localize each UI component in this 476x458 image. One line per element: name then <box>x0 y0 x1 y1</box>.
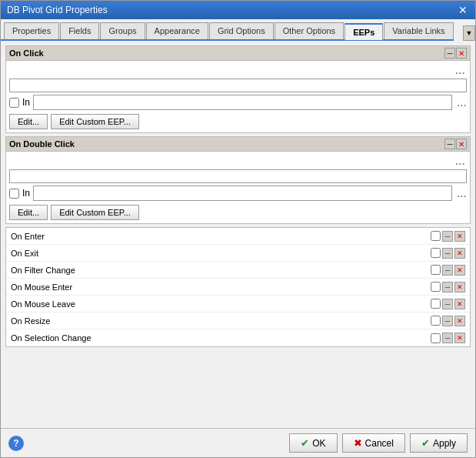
event-controls-on-exit: ─ ✕ <box>431 248 465 259</box>
on-resize-minimize-btn[interactable]: ─ <box>442 316 453 326</box>
table-row: On Resize ─ ✕ <box>6 313 470 329</box>
tab-appearance[interactable]: Appearance <box>146 22 208 39</box>
on-click-custom-eep-button[interactable]: Edit Custom EEP... <box>51 114 139 129</box>
on-exit-checkbox[interactable] <box>431 248 441 258</box>
table-row: On Filter Change ─ ✕ <box>6 262 470 279</box>
event-name-on-selection-change: On Selection Change <box>11 333 92 343</box>
ok-icon: ✔ <box>301 437 309 449</box>
apply-button[interactable]: ✔ Apply <box>410 433 468 453</box>
apply-label: Apply <box>433 438 456 449</box>
table-row: On Mouse Leave ─ ✕ <box>6 296 470 313</box>
event-controls-on-mouse-leave: ─ ✕ <box>431 299 465 309</box>
on-enter-close-btn[interactable]: ✕ <box>454 231 465 242</box>
on-double-click-dots[interactable]: ... <box>9 155 467 167</box>
table-row: On Enter ─ ✕ <box>6 228 470 245</box>
on-filter-change-checkbox[interactable] <box>431 265 441 275</box>
title-bar: DB Pivot Grid Properties ✕ <box>1 1 475 19</box>
event-controls-on-mouse-enter: ─ ✕ <box>431 282 465 293</box>
cancel-icon: ✖ <box>354 437 362 449</box>
on-double-click-section: On Double Click ─ ✕ ... In ... Edit... E… <box>5 136 471 224</box>
tab-other-options[interactable]: Other Options <box>275 22 344 39</box>
on-exit-close-btn[interactable]: ✕ <box>454 248 465 259</box>
on-selection-change-close-btn[interactable]: ✕ <box>454 333 465 343</box>
on-click-button-row: Edit... Edit Custom EEP... <box>9 114 467 129</box>
ok-label: OK <box>312 438 325 449</box>
on-double-click-close-button[interactable]: ✕ <box>456 139 467 149</box>
on-click-in-input[interactable] <box>33 95 452 110</box>
tab-properties[interactable]: Properties <box>4 22 59 39</box>
on-double-click-in-dots[interactable]: ... <box>457 186 467 200</box>
on-mouse-leave-checkbox[interactable] <box>431 299 441 309</box>
event-controls-on-enter: ─ ✕ <box>431 231 465 242</box>
tab-fields[interactable]: Fields <box>60 22 99 39</box>
on-resize-close-btn[interactable]: ✕ <box>454 316 465 326</box>
event-name-on-resize: On Resize <box>11 316 50 326</box>
event-name-on-filter-change: On Filter Change <box>11 266 75 275</box>
on-double-click-header-buttons: ─ ✕ <box>444 139 467 149</box>
on-click-section: On Click ─ ✕ ... In ... Edit... Edit Cus… <box>5 45 471 133</box>
tab-groups[interactable]: Groups <box>100 22 145 39</box>
on-exit-minimize-btn[interactable]: ─ <box>442 248 453 259</box>
on-double-click-in-input[interactable] <box>33 186 452 201</box>
on-click-in-dots[interactable]: ... <box>457 95 467 109</box>
on-double-click-checkbox-row: In ... <box>9 186 467 201</box>
tab-variable-links[interactable]: Variable Links <box>384 22 453 39</box>
tabs-container: Properties Fields Groups Appearance Grid… <box>1 19 475 41</box>
on-double-click-minimize-button[interactable]: ─ <box>444 139 455 149</box>
on-double-click-custom-eep-button[interactable]: Edit Custom EEP... <box>51 205 139 220</box>
help-button[interactable]: ? <box>8 436 24 451</box>
tab-grid-options[interactable]: Grid Options <box>209 22 274 39</box>
on-resize-checkbox[interactable] <box>431 316 441 326</box>
event-name-on-exit: On Exit <box>11 249 38 258</box>
on-mouse-leave-close-btn[interactable]: ✕ <box>454 299 465 309</box>
on-click-body: ... In ... Edit... Edit Custom EEP... <box>6 61 470 132</box>
event-name-on-enter: On Enter <box>11 232 45 241</box>
on-double-click-body: ... In ... Edit... Edit Custom EEP... <box>6 152 470 223</box>
on-mouse-enter-minimize-btn[interactable]: ─ <box>442 282 453 293</box>
on-double-click-text-input[interactable] <box>9 169 467 183</box>
table-row: On Selection Change ─ ✕ <box>6 329 470 346</box>
cancel-label: Cancel <box>365 438 394 449</box>
tab-eeps[interactable]: EEPs <box>345 23 383 40</box>
event-name-on-mouse-leave: On Mouse Leave <box>11 299 75 309</box>
on-filter-change-minimize-btn[interactable]: ─ <box>442 265 453 276</box>
on-double-click-title: On Double Click <box>9 139 75 149</box>
footer: ? ✔ OK ✖ Cancel ✔ Apply <box>1 428 475 457</box>
on-double-click-edit-button[interactable]: Edit... <box>9 205 48 220</box>
on-click-title: On Click <box>9 48 44 58</box>
on-selection-change-minimize-btn[interactable]: ─ <box>442 333 453 343</box>
on-enter-checkbox[interactable] <box>431 231 441 241</box>
on-click-edit-button[interactable]: Edit... <box>9 114 48 129</box>
on-enter-minimize-btn[interactable]: ─ <box>442 231 453 242</box>
on-selection-change-checkbox[interactable] <box>431 333 441 343</box>
window-close-button[interactable]: ✕ <box>457 4 469 16</box>
on-click-checkbox[interactable] <box>9 98 19 108</box>
tab-dropdown-button[interactable]: ▼ <box>463 25 475 41</box>
event-controls-on-selection-change: ─ ✕ <box>431 333 465 343</box>
event-name-on-mouse-enter: On Mouse Enter <box>11 282 72 292</box>
on-filter-change-close-btn[interactable]: ✕ <box>454 265 465 276</box>
table-row: On Exit ─ ✕ <box>6 245 470 262</box>
event-controls-on-filter-change: ─ ✕ <box>431 265 465 276</box>
on-double-click-button-row: Edit... Edit Custom EEP... <box>9 205 467 220</box>
on-double-click-checkbox[interactable] <box>9 189 19 199</box>
apply-icon: ✔ <box>421 437 430 449</box>
window-title: DB Pivot Grid Properties <box>7 5 108 15</box>
on-click-text-input[interactable] <box>9 79 467 92</box>
cancel-button[interactable]: ✖ Cancel <box>342 433 405 453</box>
table-row: On Mouse Enter ─ ✕ <box>6 279 470 296</box>
on-click-checkbox-label: In <box>22 97 30 108</box>
on-click-header: On Click ─ ✕ <box>6 46 470 61</box>
footer-buttons: ✔ OK ✖ Cancel ✔ Apply <box>289 433 468 453</box>
on-mouse-leave-minimize-btn[interactable]: ─ <box>442 299 453 309</box>
on-click-header-buttons: ─ ✕ <box>444 48 467 59</box>
on-mouse-enter-checkbox[interactable] <box>431 282 441 292</box>
on-click-dots[interactable]: ... <box>9 64 467 76</box>
on-double-click-header: On Double Click ─ ✕ <box>6 137 470 152</box>
on-click-minimize-button[interactable]: ─ <box>444 48 455 59</box>
main-window: DB Pivot Grid Properties ✕ Properties Fi… <box>0 0 476 458</box>
on-click-close-button[interactable]: ✕ <box>456 48 467 59</box>
ok-button[interactable]: ✔ OK <box>289 433 337 453</box>
content-area: On Click ─ ✕ ... In ... Edit... Edit Cus… <box>1 41 475 428</box>
on-mouse-enter-close-btn[interactable]: ✕ <box>454 282 465 293</box>
